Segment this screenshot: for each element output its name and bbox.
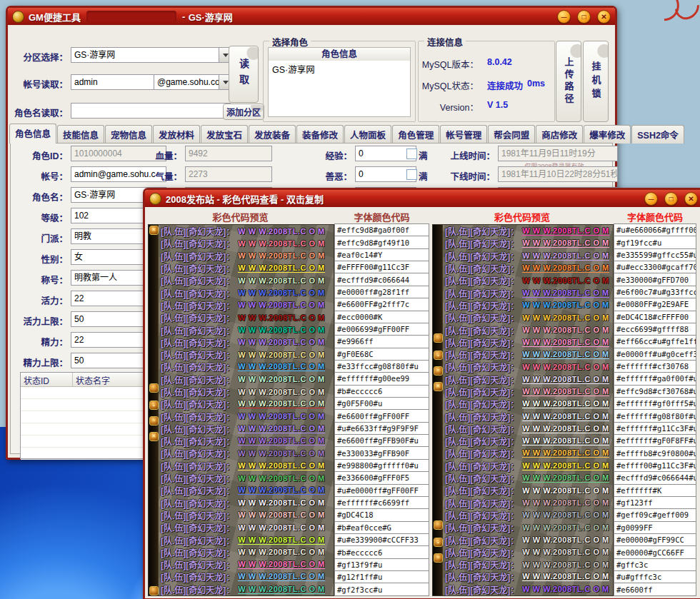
code-cell[interactable]: #g0F5F00#u <box>334 397 429 410</box>
code-cell[interactable]: #effffff#gf0fff5#u <box>614 397 696 410</box>
code-cell[interactable]: #e9966ff <box>334 335 429 348</box>
code-cell[interactable]: #e00000#gFF99CC <box>614 533 696 546</box>
code-cell[interactable]: #e330033#gFFB90F <box>334 446 429 459</box>
close-button[interactable] <box>684 192 698 206</box>
preview-row[interactable]: [队.伍][奇幻天龙]：W W W.2008TL.C O M <box>433 558 613 570</box>
code-cell[interactable]: #eaf0c14#Y <box>334 248 429 261</box>
tab-帐号管理[interactable]: 帐号管理 <box>440 125 487 144</box>
preview-row[interactable]: [队.伍][奇幻天龙]：W W W.2008TL.C O M <box>433 336 613 348</box>
upload-path-button[interactable]: 上传路径 <box>556 41 581 122</box>
tab-技能信息[interactable]: 技能信息 <box>57 125 104 144</box>
code-cell[interactable]: #b#eccccc6 <box>334 545 429 558</box>
preview-row[interactable]: [队.伍][奇幻天龙]：W W W.2008TL.C O M <box>433 311 613 323</box>
code-cell[interactable]: #e33ffcc#g08f80f#u <box>334 360 429 373</box>
preview-row[interactable]: [队.伍][奇幻天龙]：W W W.2008TL.C O M <box>433 546 613 558</box>
code-cell[interactable]: #effc9d8#ga0f00f <box>334 223 429 236</box>
preview-row[interactable]: [队.伍][奇幻天龙]：W W W.2008TL.C O M <box>433 348 613 361</box>
code-cell[interactable]: #e330000#gFFD700 <box>614 273 696 286</box>
code-cell[interactable]: #u#ecc3300#gcaff70 <box>614 261 696 273</box>
tab-角色信息[interactable]: 角色信息 <box>9 124 56 144</box>
preview-row[interactable]: [队.伍][奇幻天龙]：W W W.2008TL.C O M <box>149 497 334 509</box>
code-cell[interactable]: #effffff#K <box>614 484 696 497</box>
preview-row[interactable]: [队.伍][奇幻天龙]：W W W.2008TL.C O M <box>149 435 334 447</box>
code-cell[interactable]: #gf2f3cc#u <box>334 583 429 595</box>
code-cell[interactable]: #gffc3c <box>614 558 696 571</box>
code-cell[interactable]: #effffff#cf30768 <box>614 360 696 373</box>
tab-发放宝石[interactable]: 发放宝石 <box>201 125 248 144</box>
code-cell[interactable]: #effffff#g11Cc3F#u <box>614 422 696 435</box>
tab-爆率修改[interactable]: 爆率修改 <box>584 125 631 144</box>
preview-row[interactable]: [队.伍][奇幻天龙]：W W W.2008TL.C O M <box>149 286 334 298</box>
preview-row[interactable]: [队.伍][奇幻天龙]：W W W.2008TL.C O M <box>433 447 613 459</box>
code-cell[interactable]: #u#e0000ff#gFF00FF <box>334 484 429 497</box>
code-cell[interactable]: #gf13f9f#u <box>334 558 429 571</box>
code-cell[interactable]: #eFFFF00#g11Cc3F <box>334 261 429 273</box>
tab-SSH2命令[interactable]: SSH2命令 <box>631 125 684 144</box>
preview-row[interactable]: [队.伍][奇幻天龙]：W W W.2008TL.C O M <box>149 361 334 373</box>
preview-row[interactable]: [队.伍][奇幻天龙]：W W W.2008TL.C O M <box>433 423 613 435</box>
code-cell[interactable]: #effffff#gF0F8FF#u <box>614 434 696 447</box>
maximize-button[interactable] <box>577 10 591 24</box>
code-cell[interactable]: #g12f1ff#u <box>334 570 429 583</box>
preview-row[interactable]: [队.伍][奇幻天龙]：W W W.2008TL.C O M <box>433 237 613 249</box>
close-button[interactable] <box>597 10 611 24</box>
preview-row[interactable]: [队.伍][奇幻天龙]：W W W.2008TL.C O M <box>149 546 334 558</box>
preview-row[interactable]: [队.伍][奇幻天龙]：W W W.2008TL.C O M <box>433 583 613 595</box>
tab-装备修改[interactable]: 装备修改 <box>296 125 344 144</box>
preview-row[interactable]: [队.伍][奇幻天龙]：W W W.2008TL.C O M <box>433 509 613 521</box>
tab-人物面板[interactable]: 人物面板 <box>344 125 391 144</box>
full-checkbox[interactable] <box>406 149 417 159</box>
preview-row[interactable]: [队.伍][奇幻天龙]：W W W.2008TL.C O M <box>149 225 334 237</box>
preview-row[interactable]: [队.伍][奇幻天龙]：W W W.2008TL.C O M <box>149 558 334 570</box>
preview-row[interactable]: [队.伍][奇幻天龙]：W W W.2008TL.C O M <box>149 410 334 422</box>
tab-角色管理[interactable]: 角色管理 <box>392 125 439 144</box>
code-cell[interactable]: #u#e6633ff#g9F9F9F <box>334 422 429 435</box>
preview-row[interactable]: [队.伍][奇幻天龙]：W W W.2008TL.C O M <box>149 311 334 323</box>
field-input[interactable]: 9492 <box>185 146 272 161</box>
field-input[interactable]: 1981年11月10日22时28分51秒 <box>498 166 618 182</box>
preview-row[interactable]: [队.伍][奇幻天龙]：W W W.2008TL.C O M <box>149 472 334 484</box>
maximize-button[interactable] <box>664 192 678 206</box>
code-cell[interactable]: #u#e660066#gffff00 <box>614 223 696 236</box>
preview-row[interactable]: [队.伍][奇幻天龙]：W W W.2008TL.C O M <box>149 299 334 311</box>
preview-row[interactable]: [队.伍][奇幻天龙]：W W W.2008TL.C O M <box>433 386 613 398</box>
hangup-lock-button[interactable]: 挂机锁 <box>583 41 609 122</box>
preview-row[interactable]: [队.伍][奇幻天龙]：W W W.2008TL.C O M <box>433 299 613 311</box>
account-suffix-select[interactable]: @game.sohu.co <box>154 74 232 90</box>
code-cell[interactable]: #g0099FF <box>614 521 696 534</box>
preview-row[interactable]: [队.伍][奇幻天龙]：W W W.2008TL.C O M <box>433 460 613 472</box>
code-cell[interactable]: #ecfffd9#c066644 <box>334 273 429 286</box>
code-cell[interactable]: #gDC4C18 <box>334 508 429 521</box>
tab-宠物信息[interactable]: 宠物信息 <box>105 125 152 144</box>
code-cell[interactable]: #u#gfffc3c <box>614 570 696 583</box>
code-cell[interactable]: #e998800#gfffff0#u <box>334 459 429 472</box>
preview-row[interactable]: [队.伍][奇幻天龙]：W W W.2008TL.C O M <box>433 570 613 583</box>
preview-row[interactable]: [队.伍][奇幻天龙]：W W W.2008TL.C O M <box>433 484 613 496</box>
preview-row[interactable]: [队.伍][奇幻天龙]：W W W.2008TL.C O M <box>433 286 613 298</box>
tab-商店修改[interactable]: 商店修改 <box>536 125 583 144</box>
preview-row[interactable]: [队.伍][奇幻天龙]：W W W.2008TL.C O M <box>149 570 334 583</box>
code-cell[interactable]: #geff09c#geff009 <box>614 508 696 521</box>
code-cell[interactable]: #b#eccccc6 <box>334 385 429 398</box>
role-list-item[interactable]: GS·游享网 <box>269 61 410 77</box>
preview-row[interactable]: [队.伍][奇幻天龙]：W W W.2008TL.C O M <box>433 250 613 262</box>
minimize-button[interactable] <box>557 10 571 24</box>
preview-row[interactable]: [队.伍][奇幻天龙]：W W W.2008TL.C O M <box>149 447 334 459</box>
field-input[interactable]: 2273 <box>185 166 272 182</box>
add-partition-button[interactable]: 添加分区 <box>223 104 264 120</box>
code-cell[interactable]: #e6600ff#gFFB90F#u <box>334 434 429 447</box>
tab-发放装备[interactable]: 发放装备 <box>249 125 296 144</box>
code-cell[interactable]: #ecc0000#K <box>334 311 429 323</box>
code-cell[interactable]: #e0080FF#g2E9AFE <box>614 298 696 311</box>
preview-row[interactable]: [队.伍][奇幻天龙]：W W W.2008TL.C O M <box>433 398 613 410</box>
partition-select[interactable]: GS·游享网 <box>71 47 232 63</box>
code-cell[interactable]: #effff00#g11Cc3F#u <box>614 459 696 472</box>
code-cell[interactable]: #effc9d8#cf30768#u <box>614 385 696 398</box>
preview-row[interactable]: [队.伍][奇幻天龙]：W W W.2008TL.C O M <box>433 361 613 373</box>
preview-row[interactable]: [队.伍][奇幻天龙]：W W W.2008TL.C O M <box>149 237 334 249</box>
preview-row[interactable]: [队.伍][奇幻天龙]：W W W.2008TL.C O M <box>149 583 334 595</box>
preview-row[interactable]: [队.伍][奇幻天龙]：W W W.2008TL.C O M <box>149 336 334 348</box>
preview-row[interactable]: [队.伍][奇幻天龙]：W W W.2008TL.C O M <box>149 323 334 336</box>
tab-发放材料[interactable]: 发放材料 <box>153 125 200 144</box>
preview-row[interactable]: [队.伍][奇幻天龙]：W W W.2008TL.C O M <box>433 225 613 237</box>
